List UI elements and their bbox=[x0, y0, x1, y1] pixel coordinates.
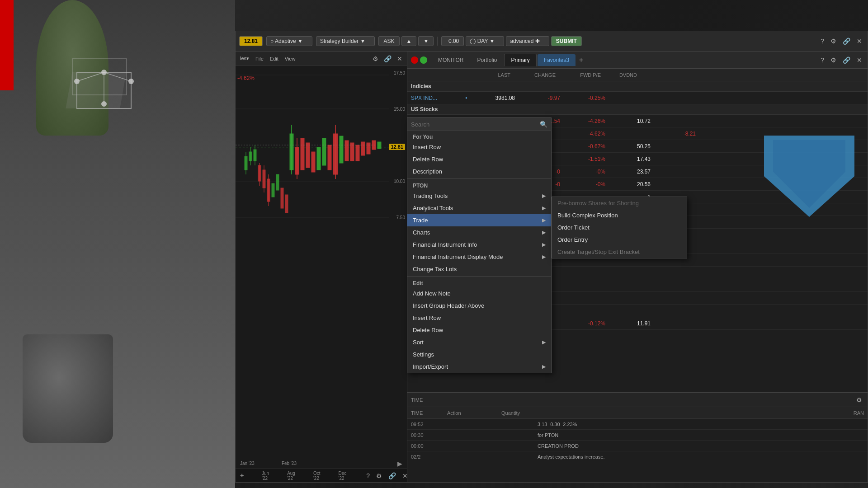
menu-item-import-export[interactable]: Import/Export ▶ bbox=[407, 361, 551, 373]
mini-add-icon[interactable]: ✚ bbox=[240, 473, 244, 478]
chart-close-icon[interactable]: ✕ bbox=[395, 54, 404, 63]
submenu-item-build-complex[interactable]: Build Complex Position bbox=[552, 209, 687, 221]
menu-item-insert-group-header[interactable]: Insert Group Header Above bbox=[407, 300, 551, 312]
mini-question-icon[interactable]: ? bbox=[364, 471, 372, 480]
menu-item-delete-row-foryou[interactable]: Delete Row bbox=[407, 153, 551, 165]
strategy-builder-dropdown[interactable]: Strategy Builder ▼ bbox=[316, 36, 375, 46]
menu-item-settings[interactable]: Settings bbox=[407, 348, 551, 361]
tab-primary[interactable]: Primary bbox=[504, 54, 536, 66]
monitor-question-icon[interactable]: ? bbox=[819, 56, 826, 65]
menu-label: Delete Row bbox=[413, 156, 443, 163]
fwd-rng: 10.72 bbox=[605, 118, 651, 124]
chart-tb-edit[interactable]: Edit bbox=[268, 55, 280, 62]
menu-section-for-you: For You bbox=[407, 131, 551, 141]
last-spx: 3981.08 bbox=[470, 95, 515, 101]
tab-portfolio[interactable]: Portfolio bbox=[471, 54, 503, 66]
submenu-item-preborrow[interactable]: Pre-borrow Shares for Shorting bbox=[552, 197, 687, 209]
monitor-close-icon[interactable]: ✕ bbox=[855, 56, 864, 65]
menu-label: Insert Group Header Above bbox=[413, 302, 484, 309]
context-menu: 🔍 For You Insert Row Delete Row Descript… bbox=[407, 117, 552, 373]
menu-item-description[interactable]: Description bbox=[407, 165, 551, 178]
price-display[interactable]: 12.81 bbox=[239, 36, 263, 46]
monitor-settings-icon[interactable]: ⚙ bbox=[829, 56, 838, 65]
list-item[interactable]: 00:30 for PTON bbox=[407, 430, 868, 441]
close-icon[interactable]: ✕ bbox=[855, 37, 864, 46]
svg-rect-47 bbox=[361, 142, 365, 155]
menu-item-add-new-note[interactable]: Add New Note bbox=[407, 287, 551, 300]
chart-tb-file[interactable]: File bbox=[254, 55, 265, 62]
mini-link-icon[interactable]: 🔗 bbox=[387, 471, 398, 480]
price-15-00: 15.00 bbox=[394, 107, 405, 112]
qty-input[interactable] bbox=[441, 36, 464, 46]
col-header-change: CHANGE bbox=[510, 72, 556, 78]
ask-arrow-down[interactable]: ▼ bbox=[418, 36, 434, 46]
price-10-00: 10.00 bbox=[394, 179, 405, 184]
menu-item-sort[interactable]: Sort ▶ bbox=[407, 336, 551, 348]
bottom-settings-icon[interactable]: ⚙ bbox=[854, 395, 864, 404]
changepct-hdv: -0.12% bbox=[560, 320, 605, 327]
menu-item-delete-row[interactable]: Delete Row bbox=[407, 324, 551, 336]
menu-item-trading-tools[interactable]: Trading Tools ▶ bbox=[407, 190, 551, 202]
menu-label: Insert Row bbox=[413, 314, 441, 321]
chart-label-feb: Feb '23 bbox=[282, 461, 297, 466]
section-indicies: Indicies bbox=[407, 81, 868, 92]
context-menu-search-bar: 🔍 bbox=[407, 118, 551, 131]
time-2: 00:30 bbox=[411, 432, 447, 438]
tab-add-button[interactable]: + bbox=[576, 56, 586, 64]
fwd-qqq: 20.56 bbox=[605, 181, 651, 188]
chart-expand-icon[interactable]: ▶ bbox=[397, 460, 402, 467]
menu-label: Financial Instrument Info bbox=[413, 241, 477, 248]
chart-link-icon[interactable]: 🔗 bbox=[382, 54, 393, 63]
menu-divider bbox=[407, 178, 551, 179]
news-2: for PTON bbox=[538, 432, 864, 438]
svg-rect-28 bbox=[276, 174, 279, 190]
ask-button[interactable]: ASK bbox=[378, 36, 399, 46]
monitor-link-icon[interactable]: 🔗 bbox=[841, 56, 852, 65]
submenu-item-order-ticket[interactable]: Order Ticket bbox=[552, 221, 687, 234]
menu-item-financial-display-mode[interactable]: Financial Instrument Display Mode ▶ bbox=[407, 251, 551, 263]
list-item[interactable]: 02/2 Analyst expectations increase. bbox=[407, 451, 868, 462]
list-item[interactable]: 00:00 CREATION PROD bbox=[407, 441, 868, 451]
menu-label: Charts bbox=[413, 229, 430, 236]
menu-item-analytical-tools[interactable]: Analytical Tools ▶ bbox=[407, 202, 551, 214]
menu-item-financial-instrument-info[interactable]: Financial Instrument Info ▶ bbox=[407, 239, 551, 251]
adaptive-dropdown[interactable]: ○ Adaptive ▼ bbox=[266, 36, 312, 46]
tab-monitor[interactable]: MONITOR bbox=[432, 54, 470, 66]
settings-icon[interactable]: ⚙ bbox=[829, 37, 838, 46]
list-item[interactable]: 09:52 3.13 -0.30 -2.23% bbox=[407, 419, 868, 430]
timeline-aug: Aug '22 bbox=[287, 471, 295, 481]
search-input[interactable] bbox=[411, 121, 540, 128]
day-dropdown[interactable]: ◯ DAY ▼ bbox=[466, 36, 504, 46]
col-qty: Quantity bbox=[501, 410, 538, 416]
question-icon[interactable]: ? bbox=[819, 37, 826, 46]
menu-item-trade[interactable]: Trade ▶ bbox=[407, 214, 551, 226]
price-17-50: 17.50 bbox=[394, 70, 405, 75]
chart-settings-icon[interactable]: ⚙ bbox=[371, 54, 380, 63]
submenu-item-create-bracket[interactable]: Create Target/Stop Exit Bracket bbox=[552, 246, 687, 258]
link-icon[interactable]: 🔗 bbox=[841, 37, 852, 46]
menu-item-change-tax-lots[interactable]: Change Tax Lots bbox=[407, 263, 551, 275]
arrow-right-icon: ▶ bbox=[542, 364, 546, 370]
menu-item-insert-row-foryou[interactable]: Insert Row bbox=[407, 141, 551, 153]
svg-rect-37 bbox=[311, 152, 315, 172]
chart-tb-watchlist[interactable]: les▾ bbox=[238, 55, 251, 62]
chart-tb-view[interactable]: View bbox=[283, 55, 297, 62]
ask-arrow-up[interactable]: ▲ bbox=[401, 36, 417, 46]
submit-button[interactable]: SUBMIT bbox=[551, 36, 582, 46]
red-accent-bar bbox=[0, 0, 14, 90]
chart-toolbar: les▾ File Edit View ⚙ 🔗 ✕ bbox=[236, 52, 407, 66]
menu-label: Trade bbox=[413, 217, 428, 224]
menu-label: Description bbox=[413, 168, 442, 175]
menu-label: Add New Note bbox=[413, 290, 451, 297]
menu-label: Analytical Tools bbox=[413, 205, 453, 211]
submenu-item-order-entry[interactable]: Order Entry bbox=[552, 234, 687, 246]
tab-favorites3[interactable]: Favorites3 bbox=[538, 54, 576, 66]
menu-label: Sort bbox=[413, 339, 424, 346]
candlestick-chart bbox=[236, 66, 389, 233]
menu-item-insert-row[interactable]: Insert Row bbox=[407, 312, 551, 324]
table-row[interactable]: SPX IND... ● 3981.08 -9.97 -0.25% bbox=[407, 92, 868, 104]
menu-item-charts[interactable]: Charts ▶ bbox=[407, 226, 551, 239]
advanced-dropdown[interactable]: advanced ✚ bbox=[506, 36, 549, 46]
mini-settings-icon[interactable]: ⚙ bbox=[374, 471, 384, 480]
chart-canvas[interactable]: -4.62% 17.50 15.00 12.81 10.00 7.50 12.8… bbox=[236, 66, 407, 458]
